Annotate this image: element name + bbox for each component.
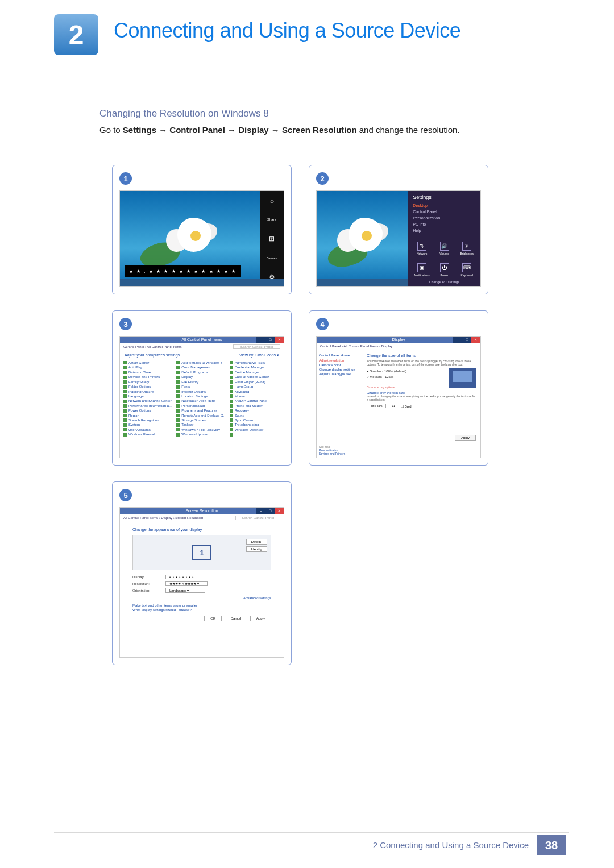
control-panel-item[interactable]: File History <box>176 380 227 384</box>
control-panel-item[interactable]: Mouse <box>230 394 280 398</box>
charms-bar[interactable]: ⌕ Share ⊞ Devices ⚙ <box>260 191 284 286</box>
control-panel-item[interactable]: Display <box>176 375 227 379</box>
control-panel-item[interactable]: AutoPlay <box>123 366 174 369</box>
maximize-icon[interactable]: □ <box>265 337 275 343</box>
search-input[interactable]: Search Control Panel <box>235 516 280 520</box>
sidebar-link[interactable]: Adjust ClearType text <box>319 372 360 376</box>
maximize-icon[interactable]: □ <box>462 337 471 343</box>
sidebar-link[interactable]: Adjust resolution <box>319 358 360 363</box>
advanced-settings-link[interactable]: Advanced settings <box>132 596 271 600</box>
control-panel-item[interactable]: Troubleshooting <box>230 423 280 426</box>
taskbar[interactable] <box>120 279 284 286</box>
control-panel-item[interactable]: User Accounts <box>123 428 174 431</box>
control-panel-item[interactable]: Location Settings <box>176 394 227 398</box>
share-icon[interactable]: Share <box>260 210 284 230</box>
detect-button[interactable]: Detect <box>246 539 267 545</box>
minimize-icon[interactable]: – <box>256 337 265 343</box>
close-icon[interactable]: × <box>275 337 284 343</box>
search-input[interactable]: Search Control Panel <box>233 344 280 349</box>
sidebar-home[interactable]: Control Panel Home <box>319 354 360 357</box>
display-help-link[interactable]: What display settings should I choose? <box>132 608 271 612</box>
sidebar-link[interactable]: Change display settings <box>319 367 360 372</box>
control-panel-item[interactable]: Flash Player (32-bit) <box>230 380 280 384</box>
control-panel-item[interactable]: Color Management <box>176 366 227 369</box>
settings-item[interactable]: PC info <box>413 221 476 227</box>
control-panel-item[interactable]: Power Options <box>123 409 174 412</box>
control-panel-item[interactable] <box>230 433 280 436</box>
item-select[interactable]: Title bars <box>367 404 386 408</box>
control-panel-item[interactable]: Administrative Tools <box>230 361 280 364</box>
breadcrumb[interactable]: Control Panel › All Control Panel Items … <box>120 343 284 351</box>
control-panel-item[interactable]: Recovery <box>230 409 280 412</box>
settings-item[interactable]: Personalization <box>413 215 476 221</box>
minimize-icon[interactable]: – <box>453 337 462 343</box>
keyboard-icon[interactable]: ⌨Keyboard <box>458 263 476 277</box>
control-panel-item[interactable]: Notification Area Icons <box>176 399 227 402</box>
control-panel-item[interactable]: Device Manager <box>230 371 280 374</box>
sidebar-link[interactable]: Calibrate color <box>319 363 360 367</box>
brightness-icon[interactable]: ☀Brightness <box>458 242 476 255</box>
control-panel-item[interactable]: Family Safety <box>123 380 174 384</box>
apply-button[interactable]: Apply <box>250 616 271 621</box>
power-icon[interactable]: ⏻Power <box>435 263 454 277</box>
see-also-link[interactable]: Devices and Printers <box>319 452 345 455</box>
control-panel-item[interactable]: Sound <box>230 414 280 417</box>
maximize-icon[interactable]: □ <box>265 508 275 514</box>
control-panel-item[interactable]: Date and Time <box>123 371 174 374</box>
control-panel-item[interactable]: Speech Recognition <box>123 418 174 422</box>
control-panel-item[interactable]: Default Programs <box>176 371 227 374</box>
control-panel-item[interactable]: Action Center <box>123 361 174 364</box>
settings-item[interactable]: Help <box>413 227 476 234</box>
network-icon[interactable]: ⇅Network <box>413 242 431 255</box>
control-panel-item[interactable]: Language <box>123 394 174 398</box>
close-icon[interactable]: × <box>471 337 480 343</box>
control-panel-item[interactable]: Network and Sharing Center <box>123 399 174 402</box>
control-panel-item[interactable]: Devices and Printers <box>123 375 174 379</box>
devices-icon[interactable]: Devices <box>260 248 284 268</box>
control-panel-item[interactable]: Performance Information and Tools <box>123 404 174 408</box>
control-panel-item[interactable]: Taskbar <box>176 423 227 426</box>
control-panel-item[interactable]: Windows 7 File Recovery <box>176 428 227 431</box>
control-panel-item[interactable]: Windows Defender <box>230 428 280 431</box>
control-panel-item[interactable]: Programs and Features <box>176 409 227 412</box>
orientation-select[interactable]: Landscape ▾ <box>165 588 205 593</box>
view-by-selector[interactable]: View by: Small icons ▾ <box>239 353 279 358</box>
notifications-icon[interactable]: ▣Notifications <box>413 263 431 277</box>
control-panel-item[interactable]: Sync Center <box>230 418 280 422</box>
identify-button[interactable]: Identify <box>246 546 267 552</box>
control-panel-item[interactable]: Storage Spaces <box>176 418 227 422</box>
control-panel-item[interactable]: Indexing Options <box>123 390 174 393</box>
control-panel-item[interactable]: Region <box>123 414 174 417</box>
ok-button[interactable]: OK <box>204 616 222 621</box>
settings-item[interactable]: Desktop <box>413 202 476 209</box>
resolution-select[interactable]: ★★★★ × ★★★★ ▾ <box>165 581 208 586</box>
control-panel-item[interactable]: RemoteApp and Desktop Connections <box>176 414 227 417</box>
breadcrumb[interactable]: All Control Panel Items › Display › Scre… <box>120 514 284 522</box>
search-icon[interactable]: ⌕ <box>260 191 284 210</box>
taskbar[interactable] <box>317 279 408 286</box>
control-panel-item[interactable]: Ease of Access Center <box>230 375 280 379</box>
settings-item[interactable]: Control Panel <box>413 209 476 215</box>
apply-button[interactable]: Apply <box>455 435 476 441</box>
monitor-icon[interactable]: 1 <box>192 545 211 560</box>
size-select[interactable]: 11 <box>388 404 399 408</box>
minimize-icon[interactable]: – <box>256 508 265 514</box>
control-panel-item[interactable]: Folder Options <box>123 385 174 388</box>
display-select[interactable]: • • • • • • • • <box>165 575 205 579</box>
start-icon[interactable]: ⊞ <box>260 229 284 248</box>
control-panel-item[interactable]: Internet Options <box>176 390 227 393</box>
cancel-button[interactable]: Cancel <box>225 616 248 621</box>
control-panel-item[interactable]: Credential Manager <box>230 366 280 369</box>
control-panel-item[interactable]: Windows Update <box>176 433 227 436</box>
control-panel-item[interactable]: Windows Firewall <box>123 433 174 436</box>
control-panel-item[interactable]: HomeGroup <box>230 385 280 388</box>
control-panel-item[interactable]: NVIDIA Control Panel <box>230 399 280 402</box>
resize-text-link[interactable]: Make text and other items larger or smal… <box>132 603 271 608</box>
volume-icon[interactable]: 🔊Volume <box>435 242 454 255</box>
control-panel-item[interactable]: Add features to Windows 8 <box>176 361 227 364</box>
control-panel-item[interactable]: System <box>123 423 174 426</box>
bold-checkbox[interactable]: ☐ Bold <box>401 404 412 408</box>
control-panel-item[interactable]: Phone and Modem <box>230 404 280 408</box>
change-pc-settings-link[interactable]: Change PC settings <box>413 280 476 284</box>
control-panel-item[interactable]: Personalization <box>176 404 227 408</box>
